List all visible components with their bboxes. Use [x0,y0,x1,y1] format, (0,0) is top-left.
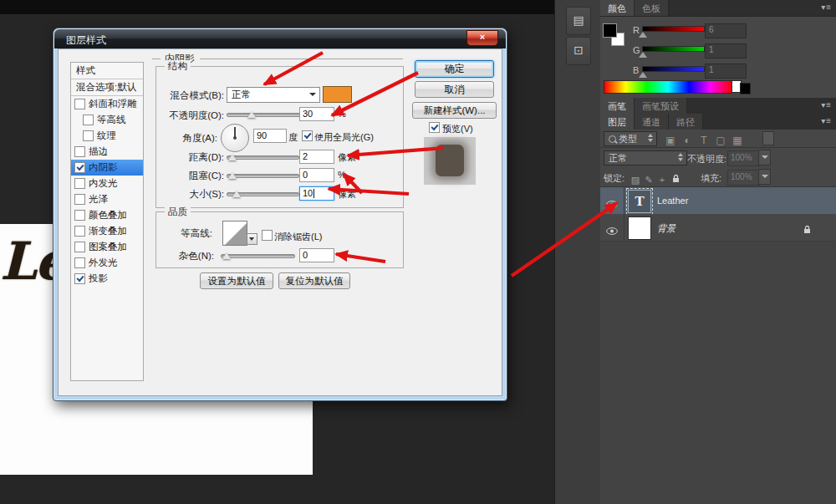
color-spectrum-ramp[interactable] [604,80,732,94]
style-item-checkbox[interactable] [74,242,85,252]
filter-pixel-layers-icon[interactable]: ▣ [662,135,679,146]
adjustments-panel-icon[interactable]: ⊡ [566,37,591,65]
size-slider-thumb[interactable] [232,191,241,197]
angle-value[interactable]: 90 [253,129,287,143]
layer-row-背景[interactable]: 背景 [600,214,836,242]
reset-default-button[interactable]: 复位为默认值 [278,272,350,289]
layer-opacity-dropdown[interactable] [758,150,771,165]
style-item-投影[interactable]: 投影 [71,271,143,287]
style-item-纹理[interactable]: 纹理 [71,128,143,144]
tab-路径[interactable]: 路径 [669,114,703,130]
panel-menu-icon[interactable]: ▾≡ [821,100,832,109]
contour-picker-arrow-icon[interactable] [247,233,257,245]
style-item-checkbox[interactable] [74,226,85,237]
panel-menu-icon[interactable]: ▾≡ [821,3,832,12]
style-item-checkbox[interactable] [74,146,85,157]
style-item-checkbox[interactable] [74,194,85,205]
tab-画笔预设[interactable]: 画笔预设 [635,98,687,114]
layer-blend-mode-dropdown[interactable]: 正常 [604,150,687,165]
close-icon[interactable]: × [466,30,498,46]
opacity-value[interactable]: 30 [299,107,334,121]
channel-slider[interactable] [642,66,705,72]
style-item-checkbox[interactable] [74,162,85,173]
noise-slider[interactable] [221,254,295,258]
dialog-titlebar[interactable]: 图层样式 × [54,29,506,48]
distance-slider[interactable] [227,155,299,160]
style-item-checkbox[interactable] [74,210,85,221]
antialias-checkbox[interactable] [262,230,273,241]
layer-name[interactable]: 背景 [657,222,675,235]
style-item-内发光[interactable]: 内发光 [71,176,143,191]
fill-value[interactable]: 100% [727,170,761,186]
global-light-checkbox[interactable] [302,130,313,141]
angle-dial[interactable] [221,124,249,152]
distance-value[interactable]: 2 [299,150,334,164]
filter-smart-object-icon[interactable]: ▦ [729,135,746,146]
layer-thumbnail[interactable]: T [628,190,651,213]
black-chip[interactable] [740,83,751,94]
channel-slider-thumb[interactable] [639,52,647,58]
shadow-color-swatch[interactable] [323,86,352,103]
channel-slider-thumb[interactable] [639,72,647,78]
style-item-图案叠加[interactable]: 图案叠加 [71,239,143,255]
noise-slider-thumb[interactable] [222,252,231,259]
channel-slider[interactable] [642,46,705,52]
choke-slider-thumb[interactable] [228,172,237,179]
eye-icon[interactable] [606,196,618,211]
layer-filter-kind-dropdown[interactable]: 类型 [604,131,657,146]
history-panel-icon[interactable]: ▤ [566,7,591,35]
tab-颜色[interactable]: 颜色 [600,0,635,16]
choke-slider[interactable] [227,174,299,178]
foreground-color-swatch[interactable] [603,23,617,38]
contour-thumbnail[interactable] [222,221,247,246]
opacity-slider[interactable] [227,113,302,117]
layer-thumbnail[interactable] [628,216,651,240]
blend-mode-dropdown[interactable]: 正常 [227,87,320,103]
ok-button[interactable]: 确定 [415,60,494,78]
lock-transparency-icon[interactable]: ▨ [629,175,642,186]
filter-toggle-icon[interactable] [762,131,774,145]
style-item-外发光[interactable]: 外发光 [71,255,143,271]
style-item-渐变叠加[interactable]: 渐变叠加 [71,223,143,239]
noise-value[interactable]: 0 [299,248,334,262]
eye-icon[interactable] [606,223,618,238]
tab-画笔[interactable]: 画笔 [600,98,635,114]
style-item-混合选项:默认[interactable]: 混合选项:默认 [71,79,143,96]
fill-dropdown[interactable] [758,169,771,185]
style-item-颜色叠加[interactable]: 颜色叠加 [71,207,143,223]
channel-value[interactable]: 1 [705,64,747,79]
tab-色板[interactable]: 色板 [635,0,669,16]
set-default-button[interactable]: 设置为默认值 [200,272,273,289]
style-item-checkbox[interactable] [83,130,94,141]
opacity-slider-thumb[interactable] [247,111,256,118]
channel-value[interactable]: 1 [705,43,747,59]
style-item-checkbox[interactable] [74,178,85,189]
filter-type-layers-icon[interactable]: T [696,135,712,146]
distance-slider-thumb[interactable] [228,154,237,160]
layer-opacity-value[interactable]: 100% [727,150,761,166]
lock-brush-icon[interactable]: ✎ [642,175,655,186]
panel-menu-icon[interactable]: ▾≡ [821,116,832,125]
layer-row-Leather[interactable]: TLeather [600,187,836,215]
style-item-斜面和浮雕[interactable]: 斜面和浮雕 [71,96,143,112]
filter-adjustment-layers-icon[interactable]: ◐ [679,135,696,146]
style-item-checkbox[interactable] [74,273,85,284]
filter-shape-layers-icon[interactable]: ▢ [712,135,729,146]
style-item-checkbox[interactable] [74,99,85,109]
tab-图层[interactable]: 图层 [600,114,635,130]
style-item-光泽[interactable]: 光泽 [71,191,143,207]
style-item-内阴影[interactable]: 内阴影 [71,160,143,176]
style-item-checkbox[interactable] [83,115,94,125]
new-style-button[interactable]: 新建样式(W)... [412,102,497,119]
channel-slider-thumb[interactable] [639,32,647,38]
style-item-等高线[interactable]: 等高线 [71,112,143,128]
layer-name[interactable]: Leather [657,196,688,206]
channel-value[interactable]: 6 [705,23,747,38]
lock-position-icon[interactable]: + [655,175,669,185]
style-item-描边[interactable]: 描边 [71,144,143,160]
size-value[interactable]: 10 [299,186,334,201]
cancel-button[interactable]: 取消 [415,81,494,98]
style-item-checkbox[interactable] [74,257,85,268]
tab-通道[interactable]: 通道 [635,114,669,130]
preview-checkbox[interactable] [429,122,440,133]
